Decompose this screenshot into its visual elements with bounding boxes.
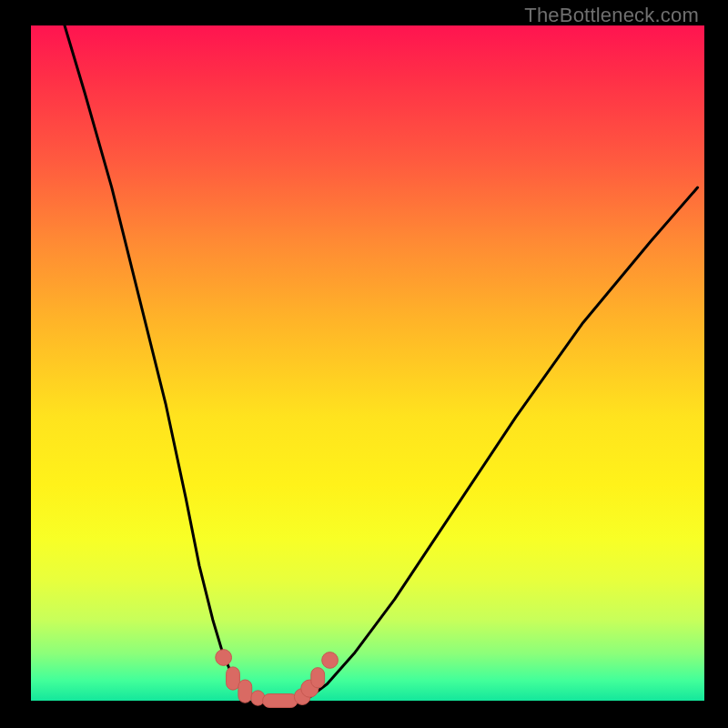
chart-svg <box>0 0 728 728</box>
data-marker <box>216 650 232 666</box>
data-marker <box>227 667 240 690</box>
bottleneck-curve <box>65 25 698 701</box>
outer-frame: TheBottleneck.com <box>0 0 728 728</box>
data-marker <box>238 680 252 703</box>
data-marker <box>263 694 298 708</box>
data-marker <box>322 652 339 669</box>
data-marker <box>311 668 325 688</box>
